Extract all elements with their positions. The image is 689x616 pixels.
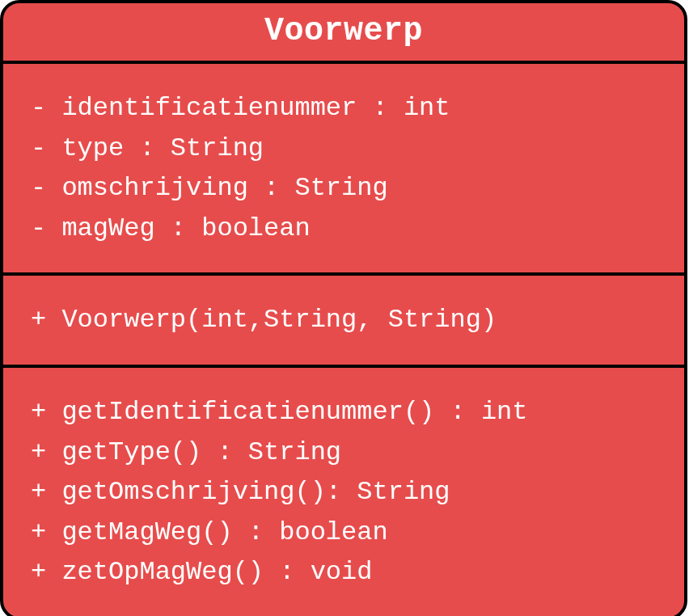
uml-class-box: Voorwerp - identificatienummer : int - t… [0,0,687,616]
uml-methods-section: + getIdentificatienummer() : int + getTy… [3,365,684,616]
uml-method: + getIdentificatienummer() : int [31,392,657,432]
uml-constructor: + Voorwerp(int,String, String) [31,300,657,340]
uml-attributes-section: - identificatienummer : int - type : Str… [3,64,684,272]
uml-attribute: - magWeg : boolean [31,209,657,249]
uml-method: + getType() : String [31,432,657,473]
uml-method: + zetOpMagWeg() : void [31,552,657,593]
uml-class-name: Voorwerp [3,3,684,64]
uml-method: + getMagWeg() : boolean [31,513,657,553]
uml-attribute: - identificatienummer : int [31,88,657,129]
uml-attribute: - omschrijving : String [31,168,657,209]
uml-method: + getOmschrijving(): String [31,472,657,513]
uml-constructors-section: + Voorwerp(int,String, String) [3,272,684,365]
uml-attribute: - type : String [31,129,657,169]
